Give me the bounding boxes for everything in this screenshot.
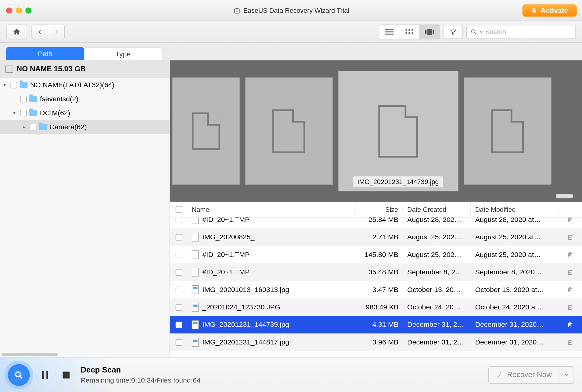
- file-date-created: October 13, 20…: [403, 286, 471, 294]
- file-date-modified: December 31, 2020…: [471, 338, 558, 346]
- file-date-created: October 24, 20…: [403, 303, 471, 311]
- stop-scan-button[interactable]: [59, 368, 73, 381]
- file-checkbox[interactable]: [175, 304, 182, 311]
- column-date-created[interactable]: Date Created: [403, 202, 471, 217]
- sidebar: NO NAME 15.93 GB ▾NO NAME(FAT/FAT32)(64)…: [0, 60, 170, 357]
- tree-item-label: NO NAME(FAT/FAT32)(64): [30, 81, 114, 89]
- file-name-label: #ID_20~1.TMP: [202, 217, 250, 223]
- tab-type[interactable]: Type: [84, 47, 162, 60]
- disclosure-chevron-icon[interactable]: ▾: [11, 110, 17, 116]
- trash-icon[interactable]: [567, 338, 574, 346]
- file-size: 983.49 KB: [356, 303, 403, 311]
- file-row[interactable]: IMG_20201013_160313.jpg3.47 MBOctober 13…: [170, 281, 582, 298]
- search-box[interactable]: [466, 25, 576, 39]
- svg-rect-15: [568, 218, 572, 222]
- fullscreen-window-button[interactable]: [25, 7, 31, 13]
- preview-strip[interactable]: IMG_20201231_144739.jpg: [170, 60, 582, 202]
- drive-header[interactable]: NO NAME 15.93 GB: [0, 60, 170, 78]
- file-row[interactable]: _20201024_123730.JPG983.49 KBOctober 24,…: [170, 298, 582, 316]
- table-header: Name Size Date Created Date Modified: [170, 202, 582, 218]
- preview-card[interactable]: [464, 77, 551, 185]
- tree-row[interactable]: fseventsd(2): [0, 92, 170, 106]
- home-button[interactable]: [6, 24, 27, 39]
- preview-card[interactable]: [245, 77, 332, 185]
- tree-row[interactable]: ▸Camera(62): [0, 120, 170, 134]
- file-date-modified: October 24, 2020 at…: [471, 303, 558, 311]
- view-coverflow-button[interactable]: [419, 25, 440, 39]
- pause-scan-button[interactable]: [38, 368, 52, 381]
- tree-checkbox[interactable]: [30, 124, 37, 130]
- preview-filename-label: IMG_20201231_144739.jpg: [353, 176, 443, 187]
- file-checkbox[interactable]: [175, 287, 182, 293]
- disclosure-chevron-icon[interactable]: ▾: [2, 82, 8, 88]
- minimize-window-button[interactable]: [16, 7, 22, 13]
- tree-row[interactable]: ▾NO NAME(FAT/FAT32)(64): [0, 78, 170, 92]
- file-date-created: December 31, 2…: [403, 321, 471, 329]
- trash-icon[interactable]: [567, 303, 574, 311]
- recover-button[interactable]: Recover Now: [488, 366, 574, 383]
- svg-rect-25: [46, 371, 48, 379]
- file-row[interactable]: #ID_20~1.TMP145.80 MBAugust 25, 202…Augu…: [170, 246, 582, 263]
- column-date-modified[interactable]: Date Modified: [471, 202, 558, 217]
- forward-button[interactable]: [48, 24, 65, 39]
- svg-point-23: [16, 372, 20, 376]
- close-window-button[interactable]: [6, 7, 12, 13]
- view-list-button[interactable]: [379, 25, 399, 39]
- trash-icon[interactable]: [567, 321, 574, 329]
- view-grid-button[interactable]: [399, 25, 419, 39]
- search-icon: [14, 370, 24, 380]
- status-bar: Deep Scan Remaining time:0:10:34/Files f…: [0, 357, 582, 392]
- trash-icon[interactable]: [567, 233, 574, 241]
- select-all-checkbox[interactable]: [175, 206, 182, 213]
- file-row[interactable]: IMG_20200825_2.71 MBAugust 25, 202…Augus…: [170, 228, 582, 246]
- file-date-created: August 28, 202…: [403, 217, 471, 223]
- app-title: EaseUS Data Recovery Wizard Trial: [233, 6, 349, 14]
- scan-status-detail: Remaining time:0:10:34/Files found:64: [81, 376, 200, 384]
- column-name[interactable]: Name: [187, 202, 355, 217]
- file-row[interactable]: #ID_20~1.TMP35.48 MBSeptember 8, 2…Septe…: [170, 263, 582, 281]
- file-date-created: December 31, 2…: [403, 338, 471, 346]
- preview-scrollbar[interactable]: [174, 194, 577, 199]
- file-row[interactable]: #ID_20~1.TMP25.84 MBAugust 28, 202…Augus…: [170, 217, 582, 228]
- filter-button[interactable]: [444, 25, 463, 39]
- trash-icon[interactable]: [567, 268, 574, 276]
- activate-button[interactable]: Activate: [522, 4, 577, 16]
- tree-checkbox[interactable]: [20, 110, 27, 116]
- trash-icon[interactable]: [567, 286, 574, 294]
- tree-checkbox[interactable]: [20, 96, 27, 102]
- file-checkbox[interactable]: [175, 321, 182, 328]
- tree-row[interactable]: ▾DCIM(62): [0, 106, 170, 120]
- nav-segment: [31, 24, 65, 39]
- disclosure-chevron-icon[interactable]: ▸: [21, 124, 27, 130]
- file-date-modified: October 13, 2020 at…: [471, 286, 558, 294]
- file-date-modified: September 8, 2020…: [471, 268, 558, 276]
- preview-card-current[interactable]: IMG_20201231_144739.jpg: [338, 71, 458, 191]
- tab-path[interactable]: Path: [6, 47, 84, 60]
- search-input[interactable]: [485, 28, 572, 35]
- file-size: 35.48 MB: [356, 268, 403, 276]
- preview-card[interactable]: [172, 77, 240, 185]
- svg-rect-7: [411, 29, 413, 30]
- svg-rect-5: [405, 29, 407, 30]
- file-checkbox[interactable]: [175, 234, 182, 241]
- file-name-label: #ID_20~1.TMP: [202, 268, 250, 276]
- trash-icon[interactable]: [567, 217, 574, 223]
- recover-dropdown-button[interactable]: [559, 366, 574, 383]
- file-checkbox[interactable]: [175, 269, 182, 276]
- file-checkbox[interactable]: [175, 339, 182, 346]
- svg-rect-24: [42, 371, 44, 379]
- svg-rect-8: [405, 32, 407, 34]
- file-checkbox[interactable]: [175, 217, 182, 223]
- file-checkbox[interactable]: [175, 251, 182, 258]
- file-row[interactable]: IMG_20201231_144739.jpg4.31 MBDecember 3…: [170, 316, 582, 333]
- column-size[interactable]: Size: [356, 202, 403, 217]
- chevron-down-icon: [564, 372, 569, 377]
- sidebar-scrollbar[interactable]: [0, 354, 170, 357]
- file-row[interactable]: IMG_20201231_144817.jpg3.96 MBDecember 3…: [170, 333, 582, 351]
- svg-rect-10: [411, 32, 413, 34]
- document-file-icon: [192, 250, 199, 259]
- tree-checkbox[interactable]: [10, 82, 17, 88]
- trash-icon[interactable]: [567, 251, 574, 259]
- file-date-created: August 25, 202…: [403, 233, 471, 241]
- back-button[interactable]: [31, 24, 48, 39]
